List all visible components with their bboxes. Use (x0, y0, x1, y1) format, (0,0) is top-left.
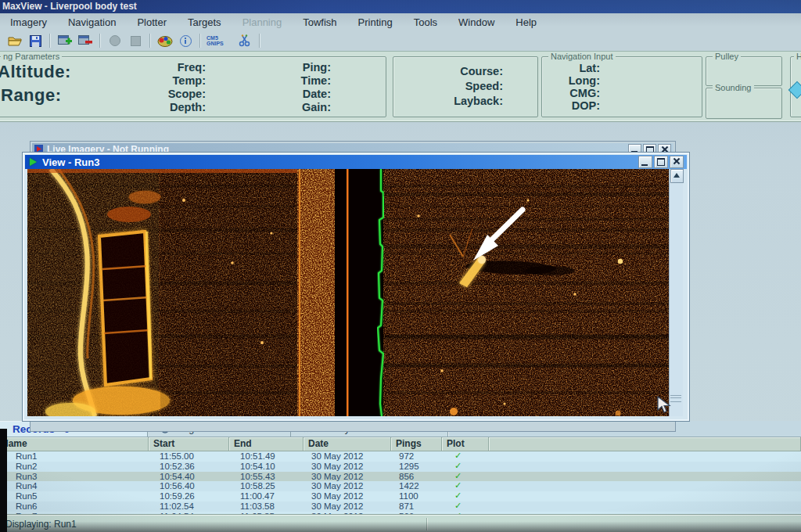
table-row-run1[interactable]: Run111:55.00 10:51.4930 May 2012 972✓ (0, 451, 801, 462)
scroll-up-button[interactable] (670, 169, 684, 183)
menu-window[interactable]: Window (458, 16, 494, 28)
app-window: MaxView - Liverpool body test Imagery Na… (0, 0, 801, 532)
sounding-group: Sounding (706, 88, 782, 119)
menu-help[interactable]: Help (515, 16, 537, 28)
parameters-panel: ng Parameters Altitude: Range: Freq:Temp… (0, 51, 801, 122)
menu-towfish[interactable]: Towfish (303, 16, 336, 28)
records-rows: Run111:55.00 10:51.4930 May 2012 972✓ Ru… (0, 451, 801, 515)
range-label: Range: (1, 85, 62, 106)
save-icon (30, 35, 41, 47)
center-return-line (347, 169, 349, 416)
stop-icon (131, 36, 141, 46)
chirp-icon: CM5 GNIPS (207, 35, 233, 46)
table-row-run5[interactable]: Run510:59.26 11:00.4730 May 2012 1100✓ (0, 491, 801, 501)
col-plot[interactable]: Plot (442, 437, 489, 451)
sonar-image[interactable] (27, 169, 669, 416)
ping-parameters-group: ng Parameters Altitude: Range: Freq:Temp… (0, 56, 386, 117)
sounding-label: Sounding (713, 83, 754, 93)
minimize-icon (641, 164, 648, 166)
col-name[interactable]: Name (0, 437, 149, 451)
toolbar-separator (49, 34, 51, 48)
table-row-run2[interactable]: Run210:52.36 10:54.1030 May 2012 1295✓ (0, 462, 801, 472)
plot-check-icon: ✓ (442, 472, 489, 482)
toolbar-separator (99, 34, 101, 48)
target-shadow-tail (525, 266, 575, 275)
dock-structure (27, 169, 170, 416)
plot-check-icon: ✓ (442, 462, 489, 472)
add-record-button[interactable] (55, 33, 75, 49)
view-maximize-button[interactable] (654, 156, 668, 168)
view-run3-window: View - Run3 (22, 152, 690, 422)
app-title: MaxView - Liverpool body test (2, 1, 137, 12)
plot-check-icon: ✓ (442, 501, 489, 512)
col-start[interactable]: Start (149, 437, 229, 451)
stop-button[interactable] (125, 33, 145, 49)
app-titlebar[interactable]: MaxView - Liverpool body test (0, 0, 801, 13)
menu-planning: Planning (242, 16, 282, 28)
toolbar: CM5 GNIPS (0, 31, 801, 52)
play-icon (30, 158, 37, 166)
nav-fields: Lat:Long: CMG:DOP: (548, 62, 600, 112)
col-end[interactable]: End (229, 437, 304, 451)
navigation-input-label: Navigation Input (548, 52, 616, 62)
table-row-run6[interactable]: Run611:02.54 11:03.5830 May 2012 871✓ (0, 501, 801, 512)
records-panel: Records - 9 Targets - 0 Survey Lines - 0… (0, 421, 801, 515)
table-row-run4[interactable]: Run410:56.40 10:58.2530 May 2012 1422✓ (0, 481, 801, 491)
plot-check-icon: ✓ (442, 451, 489, 462)
save-button[interactable] (25, 33, 45, 49)
menu-bar: Imagery Navigation Plotter Targets Plann… (0, 13, 801, 31)
course-group: Course:Speed: Layback: (393, 56, 538, 117)
scissors-icon (239, 34, 251, 47)
top-edge-band (27, 169, 335, 173)
menu-targets[interactable]: Targets (188, 16, 221, 28)
plot-check-icon: ✓ (442, 491, 489, 501)
pulley-label: Pulley (713, 52, 741, 62)
view-run3-titlebar[interactable]: View - Run3 (25, 155, 687, 169)
water-column (335, 169, 383, 416)
table-row-run3-selected[interactable]: Run310:54.40 10:55.4330 May 2012 856✓ (0, 472, 801, 482)
col-pings[interactable]: Pings (391, 437, 442, 451)
palette-icon (157, 35, 173, 47)
toolbar-separator (259, 34, 260, 48)
open-button[interactable] (5, 33, 25, 49)
plot-check-icon: ✓ (442, 481, 489, 491)
menu-navigation[interactable]: Navigation (68, 16, 116, 28)
toolbar-separator (149, 34, 151, 48)
view-minimize-button[interactable] (638, 156, 652, 168)
port-mid-zone (160, 169, 297, 416)
view-vertical-scrollbar[interactable] (669, 169, 683, 416)
col-date[interactable]: Date (304, 437, 391, 451)
record-button[interactable] (105, 33, 125, 49)
view-content (27, 169, 683, 416)
remove-record-icon (78, 34, 92, 47)
view-run3-title: View - Run3 (42, 156, 99, 168)
menu-imagery[interactable]: Imagery (10, 16, 47, 28)
pulley-group: Pulley (706, 56, 782, 86)
menu-tools[interactable]: Tools (414, 16, 437, 28)
palette-button[interactable] (155, 33, 175, 49)
plot-cut-button[interactable] (235, 33, 255, 49)
param-col3: Course:Speed: Layback: (409, 64, 503, 109)
toolbar-separator (199, 34, 201, 48)
chirp-button[interactable]: CM5 GNIPS (205, 33, 235, 49)
navigation-input-group: Navigation Input Lat:Long: CMG:DOP: (541, 56, 702, 117)
records-header: Name Start End Date Pings Plot (0, 437, 801, 451)
view-close-button[interactable] (670, 156, 684, 168)
ping-parameters-label: ng Parameters (1, 52, 62, 62)
record-icon (110, 35, 120, 46)
menu-printing[interactable]: Printing (358, 16, 393, 28)
mouse-cursor (656, 396, 673, 415)
menu-plotter[interactable]: Plotter (137, 16, 167, 28)
altitude-label: Altitude: (0, 62, 71, 82)
info-button[interactable] (175, 33, 196, 49)
heading-diamond-icon (788, 81, 801, 99)
heading-group-clipped: H (790, 56, 801, 117)
col-filler (489, 437, 801, 451)
heading-label-clipped: H (794, 52, 801, 62)
first-return-band (297, 169, 335, 416)
param-col1: Freq:Temp: Scope:Depth: (128, 61, 206, 114)
param-col2: Ping:Time: Date:Gain: (253, 61, 331, 114)
remove-record-button[interactable] (75, 33, 95, 49)
status-displaying: Displaying: Run1 (5, 519, 77, 530)
add-record-icon (58, 34, 72, 47)
